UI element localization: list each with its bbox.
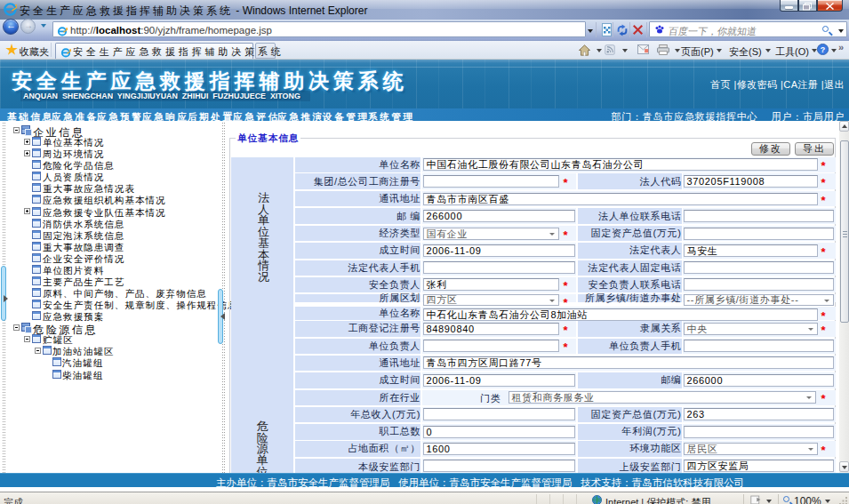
svg-text:?: ? bbox=[821, 45, 825, 54]
